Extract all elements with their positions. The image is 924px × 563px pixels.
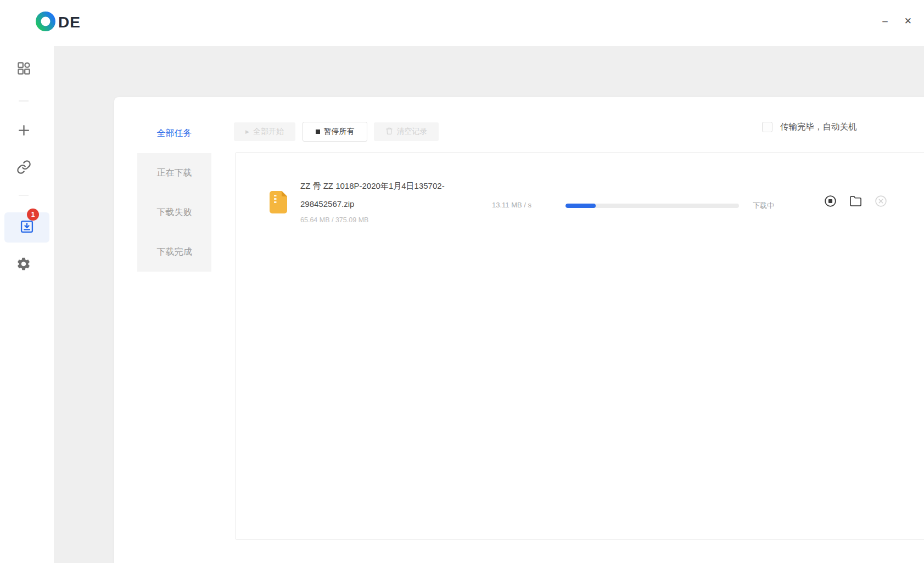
topbar: DE – ✕ (0, 0, 924, 46)
download-status: 下载中 (753, 201, 774, 211)
tab-group: 正在下载 下载失败 下载完成 (137, 153, 211, 272)
download-list: ZZ 骨 ZZ 1018P-2020年1月4日135702- 298452567… (235, 152, 924, 540)
pause-square-icon (316, 130, 320, 134)
logo-ring-icon (35, 11, 56, 34)
download-speed: 13.11 MB / s (492, 201, 531, 209)
pause-all-label: 暂停所有 (324, 127, 355, 137)
shutdown-checkbox[interactable] (762, 122, 772, 132)
download-size: 65.64 MB / 375.09 MB (300, 216, 368, 224)
link-icon[interactable] (16, 159, 31, 174)
shutdown-option: 传输完毕，自动关机 (762, 121, 857, 133)
sidebar-item-downloads[interactable]: 1 (4, 212, 49, 243)
window-controls: – ✕ (882, 13, 912, 30)
zip-file-icon (270, 191, 287, 216)
tab-downloading[interactable]: 正在下载 (137, 153, 211, 193)
app-logo: DE (35, 11, 81, 34)
add-task-icon[interactable] (16, 122, 31, 138)
downloads-badge: 1 (27, 209, 39, 221)
progress-bar (565, 204, 739, 208)
downloads-icon (19, 219, 35, 237)
start-all-button[interactable]: ▶ 全部开始 (234, 122, 295, 141)
minimize-button[interactable]: – (882, 13, 887, 30)
delete-icon[interactable] (875, 195, 887, 207)
clear-records-button[interactable]: 清空记录 (374, 122, 439, 141)
shutdown-label: 传输完毕，自动关机 (780, 121, 857, 133)
clear-records-label: 清空记录 (397, 127, 428, 137)
start-all-label: 全部开始 (253, 127, 284, 137)
download-actions (824, 195, 887, 207)
tab-completed[interactable]: 下载完成 (137, 232, 211, 272)
open-folder-icon[interactable] (849, 195, 862, 207)
logo-text: DE (58, 14, 81, 31)
pause-all-button[interactable]: 暂停所有 (303, 122, 367, 142)
sidebar: 1 (0, 46, 54, 563)
progress-fill (565, 204, 596, 208)
stop-icon[interactable] (824, 195, 837, 207)
tab-all-tasks[interactable]: 全部任务 (137, 116, 211, 151)
sidebar-divider (19, 195, 29, 196)
filename-line1: ZZ 骨 ZZ 1018P-2020年1月4日135702- (300, 177, 481, 195)
sidebar-divider (19, 100, 29, 102)
main-background: 全部任务 正在下载 下载失败 下载完成 ▶ 全部开始 暂停所有 清空记录 (54, 46, 924, 563)
filename-line2: 298452567.zip (300, 195, 481, 213)
download-filename[interactable]: ZZ 骨 ZZ 1018P-2020年1月4日135702- 298452567… (300, 177, 481, 213)
trash-icon (385, 127, 393, 137)
tab-failed[interactable]: 下载失败 (137, 193, 211, 232)
close-button[interactable]: ✕ (904, 13, 912, 30)
main-panel: 全部任务 正在下载 下载失败 下载完成 ▶ 全部开始 暂停所有 清空记录 (114, 97, 924, 563)
settings-icon[interactable] (16, 256, 31, 272)
apps-grid-icon[interactable] (16, 60, 31, 76)
play-icon: ▶ (245, 129, 249, 134)
